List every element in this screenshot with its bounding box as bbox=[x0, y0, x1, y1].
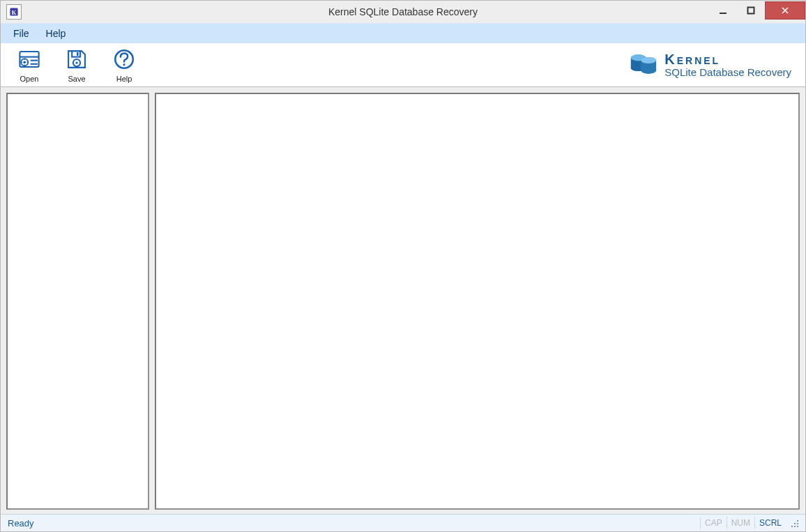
brand-name: Kernel bbox=[664, 52, 791, 67]
content-area bbox=[1, 87, 805, 514]
svg-point-21 bbox=[123, 63, 125, 66]
svg-rect-32 bbox=[794, 526, 796, 527]
help-button[interactable]: Help bbox=[104, 47, 144, 83]
menu-bar: File Help bbox=[1, 23, 805, 43]
brand-logo: Kernel SQLite Database Recovery bbox=[627, 50, 797, 80]
svg-rect-33 bbox=[797, 526, 798, 527]
window-title: Kernel SQLite Database Recovery bbox=[1, 6, 805, 17]
svg-point-26 bbox=[641, 67, 657, 73]
svg-rect-31 bbox=[791, 526, 793, 527]
tree-pane[interactable] bbox=[6, 93, 149, 510]
svg-rect-30 bbox=[797, 523, 798, 524]
status-text: Ready bbox=[8, 518, 34, 529]
status-bar: Ready CAP NUM SCRL bbox=[1, 514, 805, 531]
svg-point-27 bbox=[641, 57, 657, 63]
svg-rect-29 bbox=[794, 523, 796, 524]
minimize-button[interactable] bbox=[709, 1, 737, 20]
database-icon bbox=[627, 50, 664, 80]
app-icon: K bbox=[6, 4, 22, 20]
svg-rect-3 bbox=[748, 8, 754, 14]
svg-text:K: K bbox=[12, 10, 17, 16]
status-cap: CAP bbox=[700, 517, 727, 529]
window-controls bbox=[709, 1, 805, 20]
title-bar: K Kernel SQLite Database Recovery bbox=[1, 1, 805, 23]
save-label: Save bbox=[68, 75, 85, 83]
brand-subtitle: SQLite Database Recovery bbox=[664, 67, 791, 79]
save-icon bbox=[65, 47, 89, 73]
close-button[interactable] bbox=[765, 1, 805, 20]
menu-file[interactable]: File bbox=[13, 28, 29, 39]
open-icon bbox=[17, 47, 41, 73]
application-window: K Kernel SQLite Database Recovery File H… bbox=[0, 0, 806, 532]
svg-rect-28 bbox=[797, 520, 798, 522]
status-scrl: SCRL bbox=[754, 517, 786, 529]
svg-rect-16 bbox=[72, 51, 80, 57]
resize-grip[interactable] bbox=[789, 517, 800, 529]
svg-rect-17 bbox=[77, 52, 79, 55]
status-num: NUM bbox=[727, 517, 754, 529]
save-button[interactable]: Save bbox=[56, 47, 97, 83]
menu-help[interactable]: Help bbox=[46, 28, 66, 39]
maximize-button[interactable] bbox=[737, 1, 765, 20]
open-label: Open bbox=[20, 75, 39, 83]
help-label: Help bbox=[116, 75, 132, 83]
details-pane[interactable] bbox=[155, 93, 800, 510]
open-button[interactable]: Open bbox=[9, 47, 50, 83]
help-icon bbox=[112, 47, 136, 73]
toolbar: Open Save Help bbox=[1, 43, 805, 87]
svg-point-8 bbox=[23, 61, 26, 63]
svg-point-19 bbox=[75, 61, 77, 63]
